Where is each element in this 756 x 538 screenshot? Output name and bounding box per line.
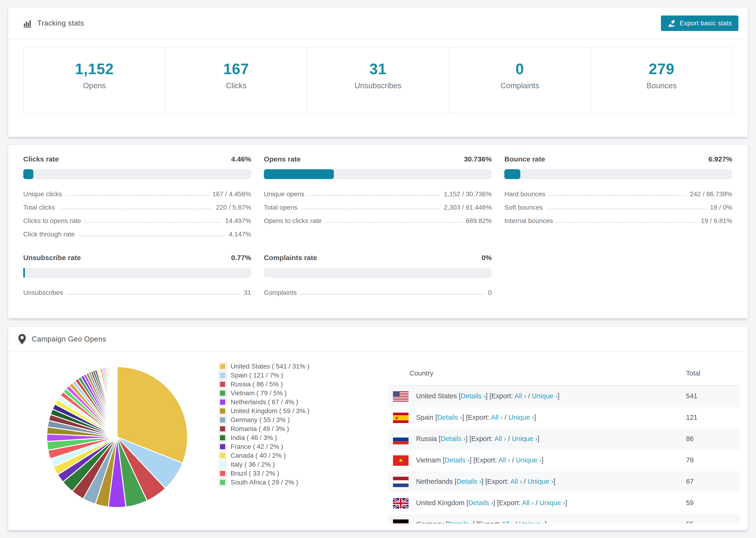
flag-germany-icon <box>393 519 408 523</box>
list-item: Soft bounces18 / 0% <box>504 198 732 211</box>
legend-item[interactable]: Canada ( 40 / 2% ) <box>219 451 309 460</box>
legend-item[interactable]: South Africa ( 29 / 2% ) <box>219 478 309 487</box>
dotted-leader <box>549 195 686 196</box>
complaints-rate-value: 0% <box>482 254 492 262</box>
list-item: Click through rate4.147% <box>23 225 251 238</box>
list-item: Hard bounces242 / 86.738% <box>504 185 732 198</box>
country-name: Netherlands <box>416 478 453 485</box>
table-row: United Kingdom [Details ›] [Export: All … <box>388 493 740 514</box>
legend-swatch <box>219 389 226 397</box>
export-all-link[interactable]: All › <box>514 392 526 400</box>
export-unique-link[interactable]: Unique › <box>540 499 566 507</box>
dotted-leader <box>301 209 440 209</box>
country-name: Spain <box>416 413 433 421</box>
details-link[interactable]: Details › <box>448 520 473 523</box>
flag-russia-icon <box>393 434 408 444</box>
export-all-link[interactable]: All › <box>522 499 534 507</box>
opens-rate-progressbar <box>264 169 492 179</box>
stat-unsubscribes: 31 Unsubscribes <box>307 47 449 113</box>
total-value: 86 <box>686 435 693 443</box>
country-name: United Kingdom <box>416 499 464 507</box>
legend-swatch <box>219 425 226 433</box>
dotted-leader <box>66 195 209 196</box>
legend-swatch <box>219 479 226 486</box>
total-value: 79 <box>686 456 693 464</box>
details-link[interactable]: Details › <box>460 392 486 400</box>
export-all-link[interactable]: All › <box>502 520 513 523</box>
export-all-link[interactable]: All › <box>499 456 510 464</box>
details-link[interactable]: Details › <box>441 435 465 443</box>
bounces-label: Bounces <box>647 81 676 90</box>
dotted-leader <box>547 209 706 209</box>
bounces-count: 279 <box>649 61 675 78</box>
details-link[interactable]: Details › <box>437 413 462 421</box>
campaign-geo-opens-card: Campaign Geo Opens United States ( 541 /… <box>8 326 748 530</box>
export-unique-link[interactable]: Unique › <box>528 478 554 485</box>
export-all-link[interactable]: All › <box>495 435 506 443</box>
legend-item[interactable]: United Kingdom ( 59 / 3% ) <box>219 406 309 415</box>
legend-item[interactable]: United States ( 541 / 31% ) <box>219 362 309 371</box>
progress-fill <box>23 268 25 278</box>
export-button-label: Export basic stats <box>680 20 732 27</box>
export-unique-link[interactable]: Unique › <box>519 520 545 523</box>
unsubscribe-rate-value: 0.77% <box>231 254 251 262</box>
legend-item[interactable]: Romania ( 49 / 3% ) <box>219 424 309 433</box>
total-value: 541 <box>686 392 697 400</box>
export-basic-stats-button[interactable]: Export basic stats <box>661 16 738 31</box>
complaints-rate-title: Complaints rate <box>264 254 317 262</box>
details-link[interactable]: Details › <box>445 456 469 464</box>
total-column-header: Total <box>686 369 700 377</box>
table-row: Germany [Details ›] [Export: All › / Uni… <box>388 514 740 523</box>
legend-item[interactable]: Brazil ( 33 / 2% ) <box>219 469 309 478</box>
dotted-leader <box>59 209 212 209</box>
country-column-header: Country <box>409 369 433 377</box>
opens-count: 1,152 <box>75 61 114 78</box>
clicks-rate-progressbar <box>23 169 251 179</box>
table-row: Russia [Details ›] [Export: All › / Uniq… <box>388 429 740 450</box>
export-all-link[interactable]: All › <box>491 413 503 421</box>
details-link[interactable]: Details › <box>457 478 482 485</box>
dotted-leader <box>67 294 240 295</box>
legend-swatch <box>219 434 226 442</box>
legend-item[interactable]: Italy ( 36 / 2% ) <box>219 460 309 469</box>
clicks-label: Clicks <box>226 81 246 90</box>
export-unique-link[interactable]: Unique › <box>508 413 534 421</box>
legend-swatch <box>219 461 226 468</box>
legend-item[interactable]: Spain ( 121 / 7% ) <box>219 371 309 380</box>
bar-chart-icon <box>23 19 32 28</box>
export-unique-link[interactable]: Unique › <box>516 456 542 464</box>
opens-rate-block: Opens rate 30.736% Unique opens1,152 / 3… <box>264 155 492 238</box>
progress-fill <box>264 169 334 179</box>
legend-item[interactable]: France ( 42 / 2% ) <box>219 442 309 451</box>
dotted-leader <box>85 222 221 223</box>
legend-item[interactable]: Vietnam ( 79 / 5% ) <box>219 389 309 398</box>
table-row: Spain [Details ›] [Export: All › / Uniqu… <box>388 407 740 429</box>
legend-item[interactable]: Netherlands ( 67 / 4% ) <box>219 398 309 406</box>
legend-item[interactable]: Germany ( 55 / 3% ) <box>219 415 309 424</box>
dotted-leader <box>300 294 484 295</box>
table-row: United States [Details ›] [Export: All ›… <box>388 386 740 407</box>
summary-stats-row: 1,152 Opens 167 Clicks 31 Unsubscribes 0… <box>23 47 733 114</box>
dotted-leader <box>325 222 462 223</box>
geo-opens-table: Country Total United States [Details ›] … <box>388 362 740 523</box>
opens-rate-title: Opens rate <box>264 155 301 163</box>
details-link[interactable]: Details › <box>468 499 493 507</box>
legend-item[interactable]: India ( 46 / 3% ) <box>219 433 309 442</box>
stat-clicks: 167 Clicks <box>166 47 307 113</box>
geo-header: Campaign Geo Opens <box>8 327 748 352</box>
legend-item[interactable]: Russia ( 86 / 5% ) <box>219 380 309 389</box>
unsubscribes-count: 31 <box>369 61 387 78</box>
dotted-leader <box>308 195 440 196</box>
bounce-rate-progressbar <box>504 169 732 179</box>
dotted-leader <box>557 222 697 223</box>
export-unique-link[interactable]: Unique › <box>512 435 538 443</box>
clipped-table-row: Germany [Details ›] [Export: All › / Uni… <box>388 514 740 523</box>
legend-swatch <box>219 363 226 370</box>
legend-swatch <box>219 398 226 406</box>
unsubscribe-rate-block: Unsubscribe rate 0.77% Unsubscribes31 <box>23 254 251 297</box>
page-title: Tracking stats <box>37 19 84 27</box>
export-all-link[interactable]: All › <box>510 478 522 485</box>
geo-opens-pie-chart[interactable] <box>44 364 190 510</box>
export-unique-link[interactable]: Unique › <box>532 392 558 400</box>
list-item: Internal bounces19 / 6.81% <box>504 211 732 225</box>
